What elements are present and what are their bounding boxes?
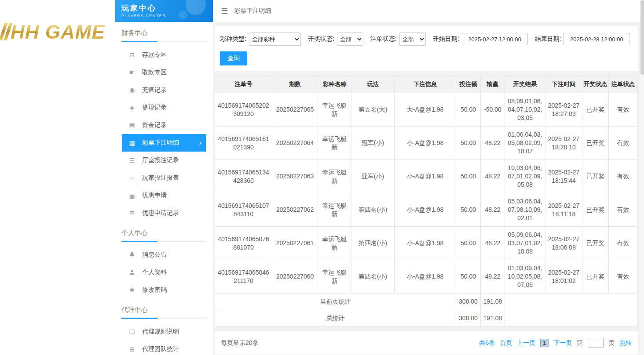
cell-draw-status: 已开奖	[582, 93, 609, 127]
deposit-icon: ⊟	[128, 51, 136, 58]
sidebar-item-agent-team-stats[interactable]: ⊞ 代理团队统计	[122, 341, 206, 355]
sidebar-item-withdrawal-records[interactable]: ◈ 提现记录	[122, 99, 206, 116]
sidebar-item-change-password[interactable]: ✱ 修改密码	[122, 281, 206, 299]
table-header-row: 注单号 期数 彩种名称 玩法 下注信息 投注额 输赢 开奖结果 下注时间 开奖状…	[215, 76, 638, 93]
sidebar-item-label: 玩家投注报表	[142, 174, 179, 182]
scrollbar-thumb[interactable]	[640, 0, 644, 75]
pagination: 共6条 首页 上一页 1 下一页 第 页 跳转	[479, 338, 632, 348]
cell-draw-result: 01,06,04,03,05,08,02,09,10,07	[505, 127, 545, 160]
cell-lottery-name: 幸运飞艇新	[318, 127, 351, 160]
table-header-cell: 彩种名称	[318, 76, 351, 93]
cell-bet-amount: 50.00	[456, 227, 481, 260]
cell-winloss: 48.22	[481, 260, 505, 293]
sidebar-item-profile[interactable]: 个人资料	[122, 264, 206, 281]
cell-play: 第四名(小)	[351, 193, 395, 227]
grand-total-summary-row: 总统计 300.00 191.08	[215, 310, 638, 327]
sidebar-item-agent-rules[interactable]: ❏ 代理规则说明	[122, 323, 206, 341]
table-row: 401569174065076881070 20250227061 幸运飞艇新 …	[215, 227, 638, 260]
sidebar-item-label: 优惠申请	[142, 192, 167, 199]
report-icon: ☑	[128, 174, 136, 181]
sidebar-item-announcements[interactable]: 消息公告	[122, 246, 206, 264]
cell-order-no: 401569174065134428360	[215, 160, 272, 193]
sidebar-item-label: 代理团队统计	[142, 345, 179, 353]
cell-order-no: 401569174065161021390	[215, 127, 272, 160]
sidebar-item-deposit[interactable]: ⊟ 存款专区	[122, 46, 206, 64]
table-header-cell: 下注信息	[395, 76, 456, 93]
table-header-cell: 输赢	[481, 76, 505, 93]
summary-empty	[505, 293, 638, 310]
sidebar-item-label: 充值记录	[142, 86, 167, 94]
cell-issue: 20250227065	[272, 93, 318, 127]
search-button[interactable]: 查询	[220, 51, 247, 65]
topbar: ☰ 彩票下注明细	[213, 0, 644, 22]
sidebar-item-label: 资金记录	[142, 121, 167, 129]
cell-bet-time: 2025-02-27 18:27:03	[545, 93, 582, 127]
cell-lottery-name: 幸运飞艇新	[318, 160, 351, 193]
bet-table-card: 注单号 期数 彩种名称 玩法 下注信息 投注额 输赢 开奖结果 下注时间 开奖状…	[215, 75, 638, 327]
cell-bet-info: 小-A盘@1.98	[395, 160, 456, 193]
cell-bet-time: 2025-02-27 18:15:44	[545, 160, 582, 193]
next-page-link[interactable]: 下一页	[553, 339, 572, 347]
jump-prefix: 第	[577, 339, 583, 347]
cell-bet-amount: 50.00	[456, 193, 481, 227]
cell-play: 第五名(大)	[351, 93, 395, 127]
cell-draw-status: 已开奖	[582, 193, 609, 227]
first-page-link[interactable]: 首页	[500, 339, 512, 347]
sidebar-item-lottery-bet-details[interactable]: ▦ 彩票下注明细 ›	[122, 134, 206, 152]
sidebar-item-recharge-records[interactable]: ◉ 充值记录	[122, 81, 206, 99]
current-page[interactable]: 1	[540, 339, 549, 347]
draw-status-select[interactable]: 全部	[337, 33, 363, 46]
sidebar: 玩家中心 PLAYERS CENTER 财务中心 ⊟ 存款专区 ☛ 取款专区 ◉…	[115, 0, 213, 355]
section-title-personal: 个人中心	[121, 229, 207, 242]
prev-page-link[interactable]: 上一页	[517, 339, 535, 347]
page-size-text: 每页显示20条	[221, 339, 259, 347]
cell-draw-result: 08,09,01,06,04,07,10,02,03,05	[505, 93, 545, 127]
sidebar-item-funds-records[interactable]: ▤ 资金记录	[122, 116, 206, 134]
table-header-cell: 玩法	[351, 76, 395, 93]
cell-order-status: 有效	[609, 193, 638, 227]
cell-draw-result: 10,03,04,06,07,01,02,09,05,08	[505, 160, 545, 193]
cell-winloss: -50.00	[481, 93, 505, 127]
summary-bet-total: 300.00	[456, 293, 481, 310]
sidebar-item-hall-bet-records[interactable]: ☰ 厅室投注记录	[122, 152, 206, 169]
cell-draw-result: 01,03,09,04,10,02,05,08,07,06	[505, 260, 545, 293]
cell-play: 亚军(小)	[351, 160, 395, 193]
scrollbar[interactable]	[640, 0, 644, 355]
start-date-input[interactable]	[462, 33, 528, 45]
lottery-type-select[interactable]: 全部彩种	[249, 33, 301, 46]
jump-suffix: 页	[608, 339, 615, 347]
summary-bet-total: 300.00	[456, 310, 481, 327]
order-status-label: 注单状态:	[370, 35, 397, 43]
sidebar-item-label: 消息公告	[142, 251, 167, 259]
cashout-icon: ◈	[128, 104, 136, 111]
table-row: 401569174065107843110 20250227062 幸运飞艇新 …	[215, 193, 638, 227]
cell-winloss: 48.22	[481, 227, 505, 260]
cell-bet-time: 2025-02-27 18:06:08	[545, 227, 582, 260]
cell-order-status: 有效	[609, 127, 638, 160]
cell-winloss: 48.22	[481, 127, 505, 160]
sidebar-item-label: 厅室投注记录	[142, 156, 179, 164]
sidebar-item-promo-apply[interactable]: ▣ 优惠申请	[122, 187, 206, 204]
cell-lottery-name: 幸运飞艇新	[318, 93, 351, 127]
table-row: 401569174065202309120 20250227065 幸运飞艇新 …	[215, 93, 638, 127]
cell-play: 第四名(小)	[351, 227, 395, 260]
cell-bet-time: 2025-02-27 18:01:02	[545, 260, 582, 293]
withdraw-icon: ☛	[128, 69, 136, 76]
order-status-select[interactable]: 全部	[399, 33, 426, 46]
sidebar-item-label: 取款专区	[142, 69, 167, 76]
jump-page-input[interactable]	[588, 338, 604, 348]
cell-order-status: 有效	[609, 160, 638, 193]
table-row: 401569174065134428360 20250227063 幸运飞艇新 …	[215, 160, 638, 193]
menu-toggle-icon[interactable]: ☰	[221, 6, 228, 16]
sidebar-item-withdraw[interactable]: ☛ 取款专区	[122, 64, 206, 81]
end-date-input[interactable]	[564, 33, 629, 45]
section-title-agent: 代理中心	[121, 306, 207, 319]
cell-bet-info: 小-A盘@1.98	[395, 260, 456, 293]
cell-draw-result: 05,03,06,04,07,08,10,09,02,01	[505, 193, 545, 227]
jump-button[interactable]: 跳转	[619, 339, 632, 347]
sidebar-item-label: 提现记录	[142, 104, 167, 112]
sidebar-item-player-bet-report[interactable]: ☑ 玩家投注报表	[122, 169, 206, 187]
cell-order-status: 有效	[609, 93, 638, 127]
sidebar-item-promo-apply-records[interactable]: ≣ 优惠申请记录	[122, 204, 206, 222]
cell-bet-info: 小-A盘@1.98	[395, 193, 456, 227]
